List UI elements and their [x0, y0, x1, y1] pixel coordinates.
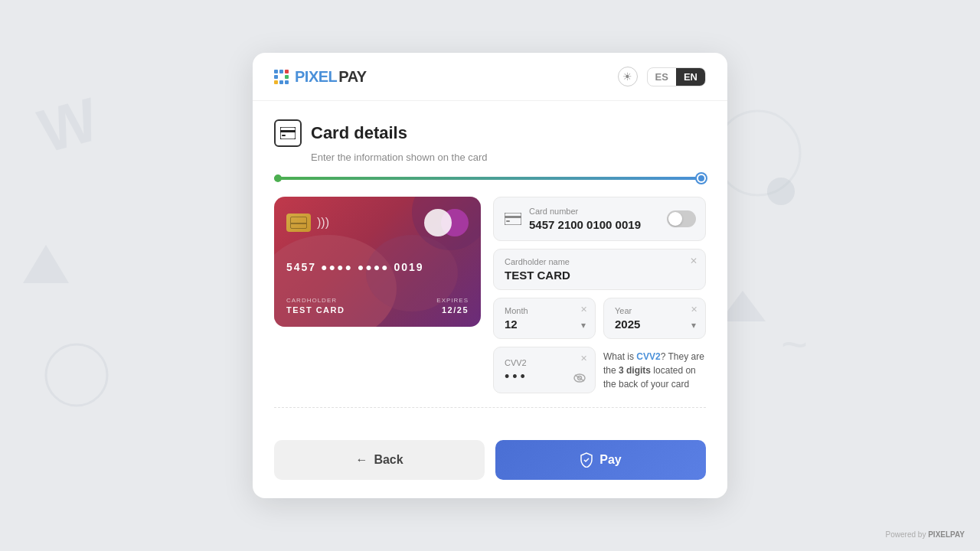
month-value: 12 [505, 318, 584, 331]
cvv-info-label: CVV2 [636, 351, 660, 362]
svg-point-2 [46, 344, 107, 406]
modal-body: Card details Enter the information shown… [253, 101, 727, 440]
logo-dot-6 [285, 75, 289, 79]
month-label: Month [505, 306, 584, 315]
toggle-knob [668, 212, 682, 226]
card-cardholder: CARDHOLDER TEST CARD [286, 297, 345, 315]
section-divider [274, 407, 706, 408]
year-label: Year [615, 306, 694, 315]
svg-text:~: ~ [781, 318, 808, 370]
cardholder-field-value: TEST CARD [505, 269, 694, 282]
powered-by: Powered by PIXELPAY [886, 530, 965, 539]
modal-header: PIXELPAY ☀ ES EN [253, 53, 727, 101]
progress-dot-start [274, 174, 282, 182]
year-select[interactable]: Year 2025 ✕ ▾ [603, 298, 706, 339]
card-field-icon [505, 213, 521, 225]
svg-rect-7 [280, 127, 296, 139]
svg-rect-11 [505, 216, 521, 218]
theme-toggle-button[interactable]: ☀ [618, 67, 638, 86]
year-clear-button[interactable]: ✕ [691, 305, 697, 315]
back-arrow-icon: ← [355, 453, 368, 467]
cvv-visibility-toggle[interactable] [573, 373, 586, 385]
credit-card-visual: ))) 5457 ●●●● ●●●● 0019 CARDHOLDER TEST … [274, 197, 481, 327]
powered-by-text: Powered by [886, 530, 926, 539]
logo-dot-4 [274, 75, 278, 79]
progress-dot-end [697, 174, 706, 183]
cvv-close-button[interactable]: ✕ [580, 354, 587, 364]
section-subtitle: Enter the information shown on the card [311, 152, 706, 163]
card-expires: EXPIRES 12/25 [436, 297, 469, 315]
mc-circle-left [424, 209, 452, 236]
expiry-row: Month 12 ✕ ▾ Year 2025 ✕ ▾ [493, 298, 706, 339]
card-number-field: Card number 5457 2100 0100 0019 [493, 197, 706, 241]
footer-buttons: ← Back Pay [253, 440, 727, 498]
card-bottom: CARDHOLDER TEST CARD EXPIRES 12/25 [286, 297, 469, 315]
logo-dot-8 [279, 80, 283, 84]
toggle-track[interactable] [667, 210, 696, 227]
svg-marker-1 [23, 245, 69, 283]
logo-dot-7 [274, 80, 278, 84]
card-icon-box [274, 119, 302, 147]
chip-lines [290, 217, 307, 229]
progress-track [274, 177, 706, 180]
svg-rect-10 [505, 213, 521, 225]
cvv-info-digits: 3 digits [619, 365, 651, 376]
sun-icon: ☀ [622, 70, 632, 83]
logo-dot-2 [279, 70, 283, 73]
svg-rect-8 [280, 130, 296, 132]
pay-label: Pay [599, 453, 621, 467]
svg-point-3 [767, 178, 795, 205]
contactless-icon: ))) [317, 216, 329, 230]
logo-pay-text: PAY [338, 68, 366, 86]
logo: PIXELPAY [274, 68, 367, 86]
year-chevron-icon: ▾ [691, 320, 696, 331]
powered-brand: PIXELPAY [928, 530, 965, 539]
progress-bar [274, 175, 706, 181]
cvv-field[interactable]: CVV2 ••• ✕ [493, 347, 596, 393]
logo-dot-5 [279, 75, 283, 79]
card-number-visual: 5457 ●●●● ●●●● 0019 [286, 261, 469, 273]
header-right: ☀ ES EN [618, 67, 706, 86]
cardholder-field-label: Cardholder name [505, 257, 694, 266]
expires-value: 12/25 [436, 305, 469, 315]
content-grid: ))) 5457 ●●●● ●●●● 0019 CARDHOLDER TEST … [274, 197, 706, 393]
cardholder-field[interactable]: Cardholder name TEST CARD ✕ [493, 249, 706, 290]
pay-shield-icon [580, 452, 593, 468]
cvv-row: CVV2 ••• ✕ What is CVV2? [493, 347, 706, 393]
mastercard-logo [424, 209, 469, 236]
year-value: 2025 [615, 318, 694, 331]
cvv-value: ••• [505, 369, 584, 385]
back-label: Back [374, 453, 403, 467]
logo-pixel-text: PIXEL [295, 68, 337, 86]
logo-dot-3 [285, 70, 289, 73]
back-button[interactable]: ← Back [274, 440, 485, 480]
month-clear-button[interactable]: ✕ [580, 305, 587, 315]
logo-dot-1 [274, 70, 278, 73]
language-switcher: ES EN [647, 67, 706, 86]
svg-point-6 [716, 111, 800, 195]
lang-en-button[interactable]: EN [676, 68, 705, 86]
page-title: Card details [311, 123, 407, 143]
month-chevron-icon: ▾ [581, 320, 586, 331]
cvv-info-what: What is [603, 351, 636, 362]
expires-label: EXPIRES [436, 297, 469, 304]
card-top: ))) [286, 209, 469, 236]
logo-grid [274, 70, 289, 84]
month-select[interactable]: Month 12 ✕ ▾ [493, 298, 596, 339]
logo-dot-9 [285, 80, 289, 84]
cvv-info: What is CVV2? They are the 3 digits loca… [603, 350, 706, 391]
cvv-label: CVV2 [505, 358, 527, 367]
form-fields: Card number 5457 2100 0100 0019 Cardhold… [493, 197, 706, 393]
credit-card-icon [280, 127, 296, 139]
lang-es-button[interactable]: ES [648, 68, 676, 86]
progress-fill [274, 177, 706, 180]
card-number-toggle[interactable] [667, 210, 696, 227]
svg-rect-9 [282, 135, 286, 136]
cardholder-value: TEST CARD [286, 305, 345, 315]
eye-icon [573, 373, 586, 383]
pay-button[interactable]: Pay [495, 440, 706, 480]
card-chip [286, 214, 311, 232]
cardholder-clear-button[interactable]: ✕ [690, 256, 697, 266]
cardholder-label: CARDHOLDER [286, 297, 345, 304]
svg-rect-12 [506, 220, 510, 222]
